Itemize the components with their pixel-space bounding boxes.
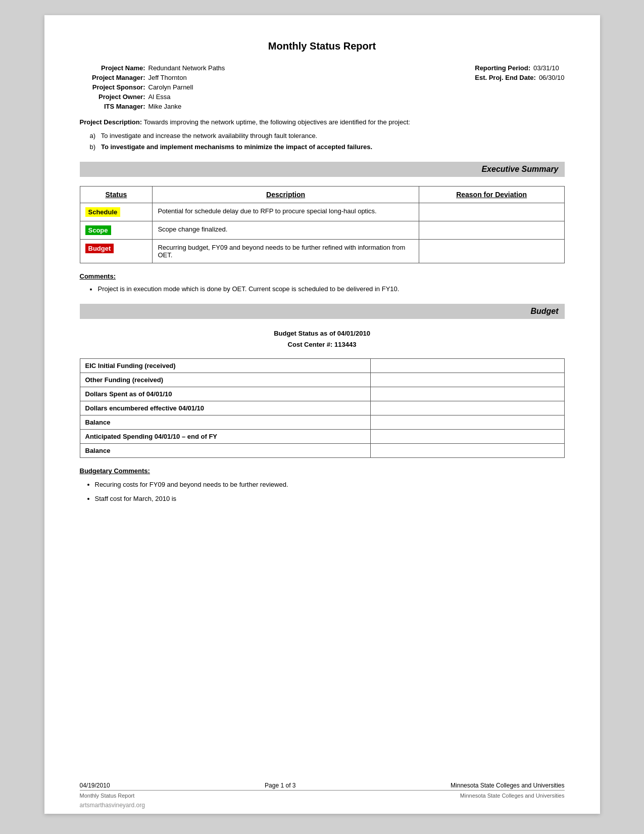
table-row: Dollars encumbered effective 04/01/10 [80, 401, 564, 415]
table-row: Balance [80, 444, 564, 458]
project-name-label: Project Name: [80, 64, 145, 72]
col-header-description: Description [153, 186, 419, 203]
status-scope-cell: Scope [80, 221, 153, 239]
project-description: Project Description: Towards improving t… [80, 117, 565, 127]
reporting-period-row: Reporting Period: 03/31/10 [475, 64, 564, 72]
budget-description-cell: Recurring budget, FY09 and beyond needs … [153, 239, 419, 263]
table-row: Dollars Spent as of 04/01/10 [80, 387, 564, 401]
status-schedule-cell: Schedule [80, 203, 153, 221]
project-owner-value: Al Essa [148, 93, 171, 101]
table-header-row: Status Description Reason for Deviation [80, 186, 564, 203]
budget-row-spent-value [370, 387, 564, 401]
budgetary-comments-label: Budgetary Comments: [80, 467, 565, 475]
budget-row-anticipated-value [370, 430, 564, 444]
footer-top: 04/19/2010 Page 1 of 3 Minnesota State C… [80, 782, 565, 789]
schedule-reason-cell [419, 203, 564, 221]
footer-org-bottom: Minnesota State Colleges and Universitie… [460, 793, 565, 799]
reporting-period-value: 03/31/10 [533, 64, 559, 72]
comments-section: Comments: Project is in execution mode w… [80, 272, 565, 294]
budget-row-balance2-label: Balance [80, 444, 370, 458]
footer-page: Page 1 of 3 [265, 782, 295, 789]
schedule-description-cell: Potential for schedule delay due to RFP … [153, 203, 419, 221]
table-row: Schedule Potential for schedule delay du… [80, 203, 564, 221]
footer-date: 04/19/2010 [80, 782, 110, 789]
footer-org: Minnesota State Colleges and Universitie… [451, 782, 564, 789]
its-manager-value: Mike Janke [148, 103, 182, 110]
schedule-status-badge: Schedule [85, 207, 121, 217]
executive-summary-title: Executive Summary [481, 165, 558, 173]
col-header-status: Status [80, 186, 153, 203]
description-item-b: To investigate and implement mechanisms … [90, 142, 565, 153]
description-list: To investigate and increase the network … [90, 130, 565, 153]
project-info-right: Reporting Period: 03/31/10 Est. Proj. En… [475, 64, 564, 110]
comments-list: Project is in execution mode which is do… [90, 284, 565, 294]
project-owner-label: Project Owner: [80, 93, 145, 101]
project-info-grid: Project Name: Redundant Network Paths Pr… [80, 64, 565, 110]
budget-row-other-value [370, 373, 564, 387]
budget-section-header: Budget [80, 304, 565, 319]
desc-item-b-text: To investigate and implement mechanisms … [101, 143, 372, 151]
table-row: Scope Scope change finalized. [80, 221, 564, 239]
budget-title-area: Budget Status as of 04/01/2010 Cost Cent… [80, 328, 565, 350]
table-row: EIC Initial Funding (received) [80, 359, 564, 373]
budget-row-other-label: Other Funding (received) [80, 373, 370, 387]
project-name-row: Project Name: Redundant Network Paths [80, 64, 225, 72]
project-manager-label: Project Manager: [80, 74, 145, 81]
budget-row-balance1-label: Balance [80, 415, 370, 430]
its-manager-row: ITS Manager: Mike Janke [80, 103, 225, 110]
description-item-a: To investigate and increase the network … [90, 130, 565, 142]
page-title: Monthly Status Report [80, 40, 565, 52]
project-manager-row: Project Manager: Jeff Thornton [80, 74, 225, 81]
comments-label: Comments: [80, 272, 565, 280]
project-owner-row: Project Owner: Al Essa [80, 93, 225, 101]
budget-row-eic-label: EIC Initial Funding (received) [80, 359, 370, 373]
document-page: Monthly Status Report Project Name: Redu… [44, 15, 600, 814]
budget-cost-center: Cost Center #: 113443 [80, 339, 565, 350]
project-sponsor-value: Carolyn Parnell [148, 83, 193, 91]
watermark: artsmarthasvineyard.org [80, 802, 145, 809]
project-sponsor-label: Project Sponsor: [80, 83, 145, 91]
footer-bottom: Monthly Status Report Minnesota State Co… [80, 790, 565, 799]
budget-status-title: Budget Status as of 04/01/2010 [80, 328, 565, 339]
description-label: Project Description: [80, 118, 142, 126]
table-row: Anticipated Spending 04/01/10 – end of F… [80, 430, 564, 444]
budget-row-encumbered-value [370, 401, 564, 415]
budget-status-badge: Budget [85, 244, 114, 253]
budget-row-spent-label: Dollars Spent as of 04/01/10 [80, 387, 370, 401]
budgetary-list: Recuring costs for FY09 and beyond needs… [95, 480, 565, 503]
table-row: Budget Recurring budget, FY09 and beyond… [80, 239, 564, 263]
status-budget-cell: Budget [80, 239, 153, 263]
project-name-value: Redundant Network Paths [148, 64, 225, 72]
col-header-reason: Reason for Deviation [419, 186, 564, 203]
table-row: Balance [80, 415, 564, 430]
budget-row-anticipated-label: Anticipated Spending 04/01/10 – end of F… [80, 430, 370, 444]
its-manager-label: ITS Manager: [80, 103, 145, 110]
list-item: Staff cost for March, 2010 is [95, 494, 565, 504]
budget-row-balance2-value [370, 444, 564, 458]
budgetary-comments-section: Budgetary Comments: Recuring costs for F… [80, 467, 565, 503]
list-item: Recuring costs for FY09 and beyond needs… [95, 480, 565, 490]
est-end-label: Est. Proj. End Date: [475, 74, 536, 81]
scope-description-cell: Scope change finalized. [153, 221, 419, 239]
scope-reason-cell [419, 221, 564, 239]
est-end-row: Est. Proj. End Date: 06/30/10 [475, 74, 564, 81]
budget-reason-cell [419, 239, 564, 263]
desc-item-a-text: To investigate and increase the network … [101, 132, 318, 140]
scope-status-badge: Scope [85, 225, 111, 235]
est-end-value: 06/30/10 [539, 74, 565, 81]
budget-table: EIC Initial Funding (received) Other Fun… [80, 358, 565, 458]
budget-row-balance1-value [370, 415, 564, 430]
budget-section-title: Budget [530, 307, 558, 315]
footer-doc-type: Monthly Status Report [80, 793, 135, 799]
executive-summary-table: Status Description Reason for Deviation … [80, 186, 565, 263]
project-manager-value: Jeff Thornton [148, 74, 187, 81]
page-footer: 04/19/2010 Page 1 of 3 Minnesota State C… [80, 782, 565, 799]
project-sponsor-row: Project Sponsor: Carolyn Parnell [80, 83, 225, 91]
budget-row-encumbered-label: Dollars encumbered effective 04/01/10 [80, 401, 370, 415]
executive-summary-header: Executive Summary [80, 162, 565, 177]
budget-row-eic-value [370, 359, 564, 373]
table-row: Other Funding (received) [80, 373, 564, 387]
description-text: Towards improving the network uptime, th… [143, 118, 410, 126]
reporting-period-label: Reporting Period: [475, 64, 530, 72]
project-info-left: Project Name: Redundant Network Paths Pr… [80, 64, 225, 110]
